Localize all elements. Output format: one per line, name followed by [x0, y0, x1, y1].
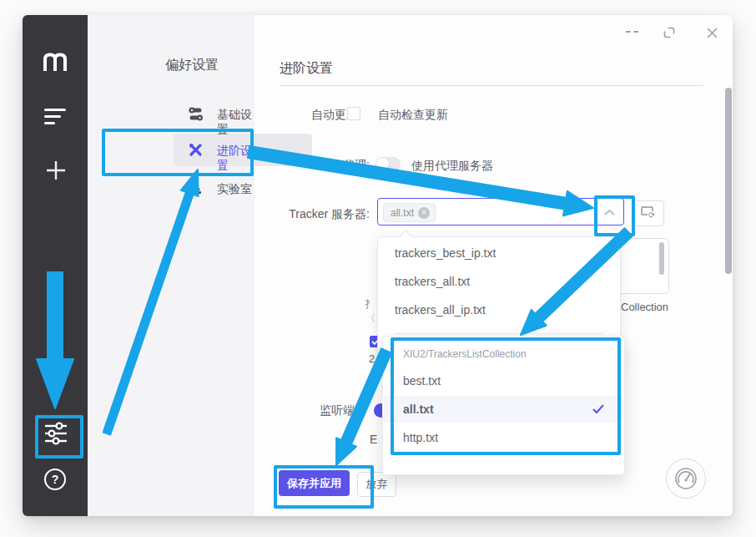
svg-text:?: ? — [52, 473, 59, 486]
svg-text:⟳: ⟳ — [648, 210, 656, 219]
minimize-icon[interactable] — [626, 31, 638, 34]
basic-settings-icon — [189, 107, 203, 121]
dropdown-item[interactable]: trackers_all.txt — [395, 275, 470, 288]
sync-icon: ⟳ — [640, 205, 657, 219]
main-scrollbar[interactable] — [725, 88, 732, 274]
preferences-nav: 偏好设置 基础设置 进阶设置 实验室 — [88, 15, 255, 516]
proxy-switch-label: 使用代理服务器 — [411, 159, 493, 174]
tracker-select-input[interactable]: all.txt × — [377, 198, 624, 225]
dropdown-divider — [395, 333, 603, 334]
preferences-title: 偏好设置 — [165, 57, 219, 74]
listen-port-label: 监听端口 — [320, 403, 366, 418]
annotation-box-settings-icon — [35, 415, 83, 458]
lab-icon — [189, 181, 203, 195]
motrix-logo — [43, 52, 68, 72]
close-icon[interactable] — [706, 27, 718, 39]
add-task-icon[interactable] — [44, 159, 68, 182]
annotation-box-dropdown-group — [391, 337, 621, 455]
collection-link-tail[interactable]: Collection — [621, 301, 668, 313]
hint-fragment-1: 扌 — [365, 297, 375, 312]
maximize-icon[interactable] — [663, 27, 675, 38]
dropdown-item[interactable]: trackers_best_ip.txt — [395, 246, 496, 260]
textarea-scrollbar[interactable] — [659, 242, 664, 275]
auto-update-checkbox[interactable] — [347, 107, 360, 120]
toggle-knob — [376, 158, 389, 170]
speed-test-button[interactable] — [666, 458, 706, 499]
nav-item-lab[interactable]: 实验室 — [217, 182, 252, 197]
tracker-tag: all.txt × — [383, 203, 436, 222]
interval-fragment: 2 — [369, 352, 375, 365]
sync-trackers-button[interactable]: ⟳ — [633, 200, 664, 226]
app-window: ? 偏好设置 基础设置 进阶设置 — [23, 15, 733, 516]
annotation-box-advanced-settings — [102, 129, 254, 176]
annotation-box-chevron — [594, 195, 635, 236]
tag-close-icon[interactable]: × — [418, 207, 430, 219]
annotation-box-save-button — [274, 465, 374, 509]
dropdown-item[interactable]: trackers_all_ip.txt — [395, 303, 486, 317]
tracker-label: Tracker 服务器: — [288, 207, 370, 222]
help-icon[interactable]: ? — [43, 468, 67, 491]
tracker-tag-label: all.txt — [391, 207, 414, 219]
title-divider — [280, 85, 703, 86]
bt-fragment: E — [370, 433, 377, 446]
auto-update-checkbox-label[interactable]: 自动检查更新 — [378, 108, 448, 123]
proxy-label: 代理: — [316, 158, 370, 173]
page-title: 进阶设置 — [280, 60, 333, 78]
hint-fragment-2: 〈 — [365, 312, 375, 326]
task-list-icon[interactable] — [44, 109, 66, 124]
speedometer-icon — [667, 459, 705, 498]
proxy-toggle[interactable] — [375, 157, 401, 171]
screenshot-stage: ? 偏好设置 基础设置 进阶设置 — [0, 0, 756, 537]
